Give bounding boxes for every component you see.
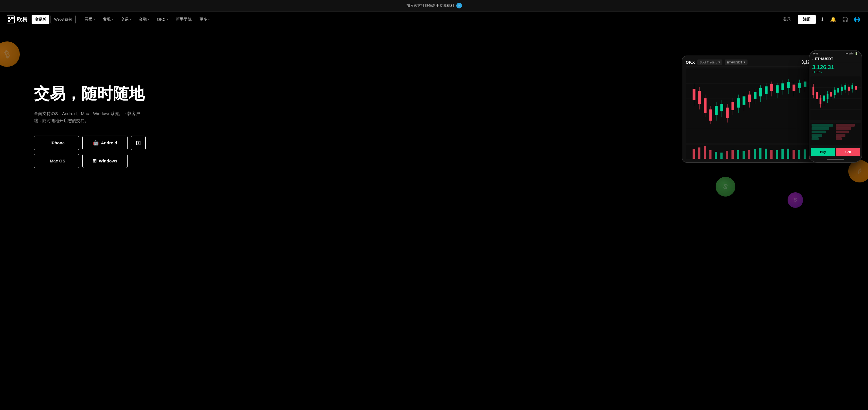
svg-rect-67 (765, 148, 767, 159)
hero-content: 交易，随时随地 全面支持iOS、Android、Mac、Windows系统。下载… (34, 84, 175, 168)
hero-buttons: iPhone 🤖 Android ⊞ Mac OS ⊞ Windows (34, 136, 175, 168)
register-button[interactable]: 注册 (798, 15, 816, 24)
phone-time: 9:41 (813, 52, 818, 55)
svg-rect-102 (851, 85, 853, 89)
svg-rect-84 (819, 98, 821, 104)
svg-rect-23 (726, 108, 729, 118)
svg-rect-58 (715, 152, 717, 159)
svg-rect-86 (823, 96, 825, 102)
download-button[interactable]: ⬇ (819, 15, 826, 24)
svg-rect-74 (804, 149, 806, 159)
nav-trade[interactable]: 交易 ▾ (117, 15, 134, 24)
phone-mockup: 9:41 ▪▪▪ WiFi 🔋 ‹ ETH/USDT 3,126.31 +1.1… (809, 50, 862, 163)
support-button[interactable]: 🎧 (841, 15, 849, 24)
chevron-down-icon: ▾ (744, 60, 745, 64)
svg-rect-69 (776, 150, 778, 159)
phone-sell-button[interactable]: Sell (836, 148, 860, 156)
nav-finance[interactable]: 金融 ▾ (135, 15, 152, 24)
ob-buy-row (812, 137, 818, 140)
svg-rect-45 (787, 82, 790, 88)
login-button[interactable]: 登录 (780, 15, 794, 24)
svg-rect-4 (8, 20, 10, 22)
phone-chart (810, 76, 861, 121)
chevron-down-icon: ▾ (129, 18, 131, 21)
windows-icon: ⊞ (93, 158, 96, 164)
brand-name: 欧易 (17, 16, 27, 23)
macos-button[interactable]: Mac OS (34, 154, 79, 168)
hero-description: 全面支持iOS、Android、Mac、Windows系统。下载客户端，随时随地… (34, 110, 141, 124)
notification-button[interactable]: 🔔 (829, 15, 838, 24)
tablet-spot-trading: Spot Trading ▾ (697, 60, 722, 65)
android-icon: 🤖 (93, 140, 99, 146)
svg-rect-100 (848, 87, 850, 91)
language-button[interactable]: 🌐 (853, 15, 861, 24)
svg-rect-94 (837, 88, 839, 93)
chevron-down-icon: ▾ (718, 60, 720, 64)
decorative-coin-btc-left: ₿ (0, 38, 24, 70)
phone-trade-buttons: Buy Sell (809, 146, 862, 158)
tab-exchange[interactable]: 交易所 (32, 15, 50, 24)
phone-home-bar (827, 159, 844, 160)
svg-rect-104 (855, 86, 857, 90)
ob-buy-row (812, 124, 833, 127)
svg-rect-43 (781, 83, 784, 90)
svg-rect-92 (834, 90, 836, 95)
svg-rect-80 (812, 87, 814, 95)
android-label: Android (101, 140, 117, 145)
nav-okc[interactable]: OKC ▾ (154, 15, 171, 24)
phone-orderbook (810, 123, 861, 145)
svg-rect-61 (732, 150, 734, 159)
ob-buy-row (812, 127, 829, 130)
tablet-logo: OKX (686, 60, 695, 65)
svg-rect-19 (715, 106, 718, 115)
nav-tabs: 交易所 Web3 钱包 (32, 15, 75, 24)
svg-rect-39 (770, 84, 773, 91)
phone-buy-button[interactable]: Buy (811, 148, 835, 156)
bell-icon: 🔔 (830, 16, 836, 23)
decorative-coin-dollar: $ (713, 175, 738, 199)
svg-rect-65 (754, 149, 756, 159)
ob-sell-row (836, 124, 855, 127)
phone-pair: ETH/USDT (815, 57, 833, 61)
tablet-mockup: OKX Spot Trading ▾ ETH/USDT ▾ 3,126.31 (682, 56, 823, 163)
android-button[interactable]: 🤖 Android (83, 136, 128, 150)
phone-sell-side (836, 124, 860, 144)
svg-rect-54 (693, 149, 695, 159)
svg-rect-51 (804, 81, 806, 87)
svg-rect-47 (793, 84, 796, 91)
nav-more[interactable]: 更多 ▾ (196, 15, 213, 24)
chevron-down-icon: ▾ (93, 18, 95, 21)
svg-rect-15 (704, 98, 707, 113)
iphone-label: iPhone (51, 140, 65, 145)
svg-rect-37 (765, 86, 768, 94)
windows-button[interactable]: ⊞ Windows (83, 154, 128, 168)
hero-devices: $ S ₿ OKX Spot Trading ▾ ETH/USDT ▾ 3,12… (671, 47, 868, 205)
svg-rect-59 (720, 152, 723, 159)
nav-academy[interactable]: 新手学院 (173, 15, 195, 24)
svg-rect-27 (737, 98, 740, 108)
svg-rect-41 (776, 85, 779, 93)
nav-right: 登录 注册 ⬇ 🔔 🎧 🌐 (780, 15, 861, 24)
phone-signal: ▪▪▪ WiFi 🔋 (845, 52, 858, 55)
tablet-pair: ETH/USDT ▾ (725, 60, 747, 65)
headset-icon: 🎧 (842, 16, 848, 23)
svg-rect-17 (709, 109, 712, 121)
nav-buy[interactable]: 买币 ▾ (81, 15, 98, 24)
tablet-volume (686, 145, 819, 159)
svg-rect-29 (743, 96, 746, 105)
qr-button[interactable]: ⊞ (131, 136, 146, 150)
svg-rect-62 (737, 150, 739, 159)
svg-rect-60 (726, 151, 728, 159)
phone-back-button[interactable]: ‹ (812, 57, 813, 61)
svg-rect-49 (798, 82, 801, 88)
iphone-button[interactable]: iPhone (34, 136, 79, 150)
ob-buy-row (812, 131, 826, 133)
globe-icon: 🌐 (854, 16, 860, 23)
svg-rect-2 (8, 16, 10, 19)
svg-rect-3 (11, 16, 13, 19)
svg-rect-63 (743, 151, 745, 159)
banner-text: 加入官方社群领新手专属福利 (406, 3, 454, 8)
tab-web3[interactable]: Web3 钱包 (51, 15, 75, 24)
nav-discover[interactable]: 发现 ▾ (99, 15, 116, 24)
navbar: 欧易 交易所 Web3 钱包 买币 ▾ 发现 ▾ 交易 ▾ 金融 ▾ OKC ▾… (0, 11, 868, 27)
